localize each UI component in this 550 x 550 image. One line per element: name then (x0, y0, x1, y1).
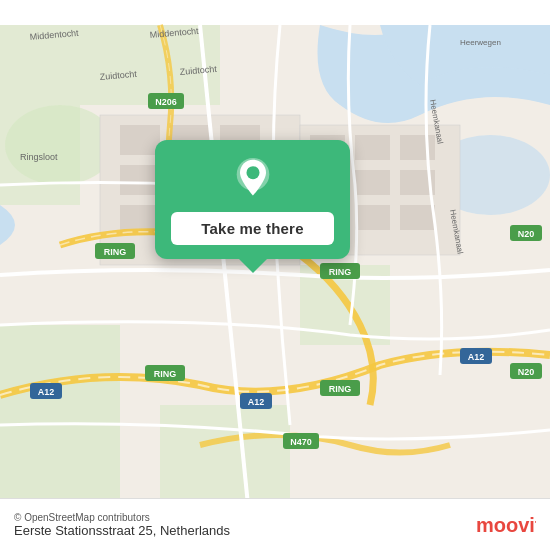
copyright-text: © OpenStreetMap contributors (14, 512, 230, 523)
svg-text:N206: N206 (155, 97, 177, 107)
svg-rect-26 (355, 205, 390, 230)
svg-text:A12: A12 (468, 352, 485, 362)
svg-point-61 (246, 166, 259, 179)
svg-rect-20 (355, 135, 390, 160)
svg-rect-21 (400, 135, 435, 160)
svg-text:moovit: moovit (476, 514, 536, 536)
svg-text:N20: N20 (518, 367, 535, 377)
take-me-there-button[interactable]: Take me there (171, 212, 334, 245)
svg-rect-23 (355, 170, 390, 195)
bottom-bar: © OpenStreetMap contributors Eerste Stat… (0, 498, 550, 550)
svg-text:RING: RING (154, 369, 177, 379)
location-pin-icon (231, 158, 275, 202)
svg-text:RING: RING (329, 267, 352, 277)
svg-rect-9 (120, 125, 160, 155)
svg-text:Ringsloot: Ringsloot (20, 152, 58, 162)
svg-text:Heerwegen: Heerwegen (460, 38, 501, 47)
svg-text:N20: N20 (518, 229, 535, 239)
moovit-logo: moovit (476, 510, 536, 540)
svg-text:RING: RING (329, 384, 352, 394)
svg-rect-12 (120, 165, 160, 195)
map-container: RING RING RING RING A12 A12 A12 N206 N47… (0, 0, 550, 550)
svg-point-5 (5, 105, 115, 185)
map-background: RING RING RING RING A12 A12 A12 N206 N47… (0, 0, 550, 550)
svg-text:A12: A12 (248, 397, 265, 407)
svg-rect-27 (400, 205, 435, 230)
popup-card: Take me there (155, 140, 350, 259)
svg-text:A12: A12 (38, 387, 55, 397)
moovit-logo-svg: moovit (476, 510, 536, 540)
address-text: Eerste Stationsstraat 25, Netherlands (14, 523, 230, 538)
svg-text:N470: N470 (290, 437, 312, 447)
svg-text:RING: RING (104, 247, 127, 257)
